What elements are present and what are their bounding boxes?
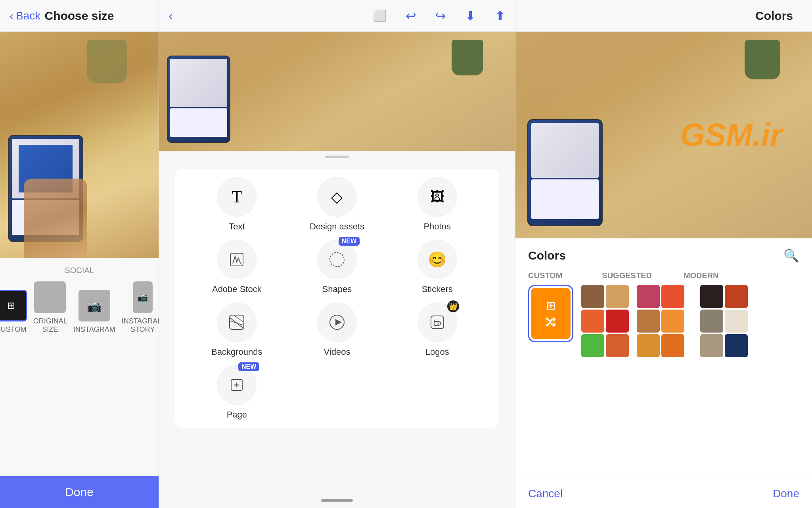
custom-palette-selected[interactable]: ⊞ 🔀 — [528, 285, 573, 342]
done-action-button[interactable]: Done — [773, 487, 799, 500]
layers-icon[interactable]: ⬜ — [373, 9, 387, 22]
mid-cup — [452, 40, 483, 75]
instagram-thumb: 📷 — [79, 290, 110, 321]
undo-icon[interactable]: ↩ — [406, 8, 416, 23]
back-button[interactable]: ‹ Back — [10, 9, 40, 23]
cancel-button[interactable]: Cancel — [528, 487, 563, 500]
custom-palette-icon2: 🔀 — [544, 316, 558, 329]
size-item-custom[interactable]: ⊞ CUSTOM — [0, 290, 27, 334]
original-label: ORIGINAL SIZE — [33, 317, 67, 334]
stickers-label: Stickers — [422, 284, 453, 294]
back-icon-middle[interactable]: ‹ — [169, 8, 173, 23]
tool-item-text[interactable]: T Text — [191, 177, 283, 232]
custom-palette-icon1: ⊞ — [546, 298, 556, 312]
design-assets-label: Design assets — [310, 221, 364, 232]
design-assets-icon-circle: ◇ — [317, 177, 357, 217]
done-action-label: Done — [773, 487, 799, 500]
original-thumb — [34, 281, 66, 313]
tool-item-shapes[interactable]: NEW Shapes — [291, 240, 383, 294]
svg-line-5 — [234, 315, 244, 322]
right-header: Colors — [515, 0, 812, 32]
instagram-label: INSTAGRAM — [73, 325, 115, 334]
photos-label: Photos — [423, 221, 451, 232]
page-label: Page — [227, 410, 247, 420]
colors-panel: Colors 🔍 CUSTOM SUGGESTED MODERN ⊞ 🔀 — [515, 238, 812, 479]
share-icon[interactable]: ⬆ — [495, 8, 506, 23]
suggested-palette-2[interactable] — [637, 285, 684, 357]
page-icon — [228, 376, 245, 394]
sug2-swatch-5 — [637, 334, 660, 357]
suggested-swatch-2 — [606, 285, 629, 308]
svg-rect-8 — [431, 316, 444, 329]
sug2-swatch-4 — [661, 310, 684, 333]
tool-item-photos[interactable]: 🖼 Photos — [391, 177, 483, 232]
done-button[interactable]: Done — [0, 476, 159, 508]
mid-tablet — [167, 56, 230, 143]
adobe-stock-label: Adobe Stock — [212, 284, 262, 294]
shapes-icon-circle: NEW — [317, 240, 357, 279]
back-chevron-icon: ‹ — [10, 9, 13, 23]
tool-item-videos[interactable]: Videos — [291, 302, 383, 357]
tool-item-page[interactable]: NEW Page — [191, 365, 283, 420]
sug2-swatch-2 — [661, 285, 684, 308]
tool-item-design-assets[interactable]: ◇ Design assets — [291, 177, 383, 232]
suggested-swatch-5 — [581, 334, 604, 357]
modern-palette[interactable] — [700, 285, 748, 357]
logos-label: Logos — [425, 347, 449, 357]
modern-swatch-5 — [700, 334, 723, 357]
right-cup — [745, 40, 780, 79]
tool-item-stickers[interactable]: 😊 Stickers — [391, 240, 483, 294]
modern-swatch-3 — [700, 310, 723, 333]
size-item-instagram[interactable]: 📷 INSTAGRAM — [73, 290, 115, 334]
middle-bottom-bar — [321, 499, 353, 502]
modern-category-label: MODERN — [684, 271, 719, 280]
adobe-stock-icon — [228, 251, 245, 268]
hand-decoration — [24, 179, 87, 258]
tool-item-logos[interactable]: 👑 Logos — [391, 302, 483, 357]
color-categories: CUSTOM SUGGESTED MODERN — [528, 271, 799, 280]
videos-icon — [328, 314, 346, 331]
right-tablet — [527, 119, 603, 226]
svg-line-4 — [230, 321, 244, 325]
custom-thumb: ⊞ — [0, 290, 27, 321]
right-header-title: Colors — [755, 9, 793, 23]
colors-header: Colors 🔍 — [528, 248, 799, 263]
adobe-stock-icon-circle — [217, 240, 257, 279]
modern-swatch-1 — [700, 285, 723, 308]
size-item-instagram-story[interactable]: 📷 INSTAGRAM STORY — [122, 281, 164, 334]
text-icon: T — [232, 187, 242, 206]
suggested-palette[interactable] — [581, 285, 629, 357]
stickers-icon-circle: 😊 — [417, 240, 457, 279]
tool-item-backgrounds[interactable]: Backgrounds — [191, 302, 283, 357]
redo-icon[interactable]: ↪ — [435, 8, 446, 23]
middle-canvas-image — [159, 32, 515, 151]
sug2-swatch-6 — [661, 334, 684, 357]
videos-icon-circle — [317, 302, 357, 342]
svg-rect-0 — [230, 253, 243, 266]
left-panel: ‹ Back Choose size SOCIAL — [0, 0, 159, 508]
page-badge-new: NEW — [238, 362, 259, 371]
download-icon[interactable]: ⬇ — [465, 8, 476, 23]
design-assets-icon: ◇ — [331, 188, 343, 206]
stickers-icon: 😊 — [428, 251, 446, 268]
shapes-badge-new: NEW — [339, 237, 360, 246]
search-icon[interactable]: 🔍 — [783, 248, 799, 263]
shapes-icon — [328, 251, 346, 268]
tool-item-adobe-stock[interactable]: Adobe Stock — [191, 240, 283, 294]
photos-icon: 🖼 — [430, 189, 444, 205]
text-icon-circle: T — [217, 177, 257, 217]
instagram-story-thumb: 📷 — [133, 281, 153, 313]
custom-category-label: CUSTOM — [528, 271, 562, 280]
size-item-original[interactable]: ORIGINAL SIZE — [33, 281, 67, 334]
suggested-swatch-3 — [581, 310, 604, 333]
tool-grid: T Text ◇ Design assets 🖼 Photos — [175, 169, 499, 428]
backgrounds-label: Backgrounds — [211, 347, 262, 357]
back-label: Back — [16, 10, 40, 22]
text-label: Text — [229, 221, 245, 232]
middle-panel: ‹ ⬜ ↩ ↪ ⬇ ⬆ T Text — [159, 0, 515, 508]
left-main-image — [0, 32, 159, 258]
tablet-image-bg — [0, 32, 159, 258]
shapes-label: Shapes — [322, 284, 352, 294]
logos-icon-circle: 👑 — [417, 302, 457, 342]
scroll-indicator — [325, 156, 349, 158]
